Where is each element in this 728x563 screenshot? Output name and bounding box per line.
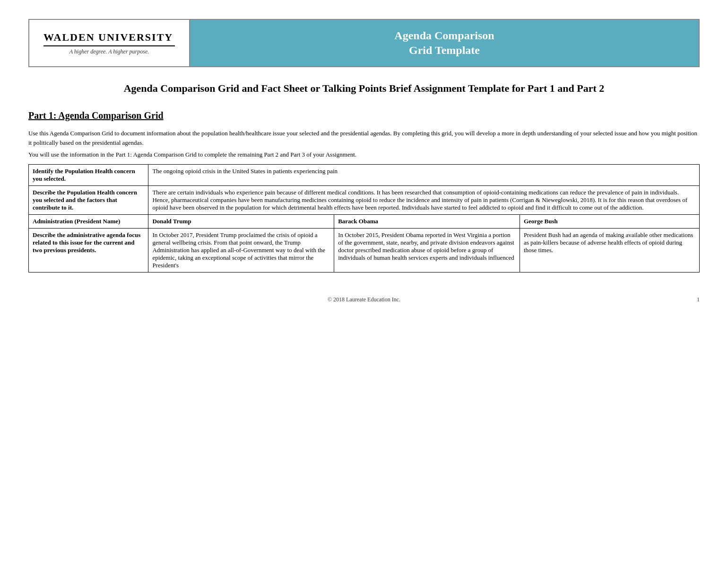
page-title: Agenda Comparison Grid and Fact Sheet or… — [28, 81, 700, 96]
content-trump: In October 2017, President Trump proclai… — [148, 228, 334, 272]
content-bush: President Bush had an agenda of making a… — [520, 228, 699, 272]
label-admin: Administration (President Name) — [29, 214, 148, 228]
footer: © 2018 Laureate Education Inc. 1 — [0, 291, 728, 313]
label-agenda: Describe the administrative agenda focus… — [29, 228, 148, 272]
label-describe: Describe the Population Health concern y… — [29, 185, 148, 214]
label-identify: Identify the Population Health concern y… — [29, 164, 148, 185]
university-name: Walden University — [43, 31, 175, 46]
header-title-line2: Grid Template — [409, 44, 480, 56]
header-title: Agenda Comparison Grid Template — [394, 28, 494, 58]
header-trump: Donald Trump — [148, 214, 334, 228]
comparison-table: Identify the Population Health concern y… — [28, 164, 700, 273]
content-identify: The ongoing opioid crisis in the United … — [148, 164, 700, 185]
intro-paragraph-2: You will use the information in the Part… — [28, 150, 700, 159]
walden-logo-section: Walden University A higher degree. A hig… — [29, 20, 190, 66]
table-row-agenda: Describe the administrative agenda focus… — [29, 228, 700, 272]
header-obama: Barack Obama — [334, 214, 520, 228]
content-obama: In October 2015, President Obama reporte… — [334, 228, 520, 272]
main-content: Agenda Comparison Grid and Fact Sheet or… — [0, 67, 728, 291]
university-tagline: A higher degree. A higher purpose. — [43, 48, 175, 55]
header-title-section: Agenda Comparison Grid Template — [190, 20, 699, 66]
intro-paragraph-1: Use this Agenda Comparison Grid to docum… — [28, 129, 700, 147]
table-row-admin-header: Administration (President Name) Donald T… — [29, 214, 700, 228]
page: Walden University A higher degree. A hig… — [0, 19, 728, 563]
content-describe: There are certain individuals who experi… — [148, 185, 700, 214]
footer-copyright: © 2018 Laureate Education Inc. — [328, 296, 400, 303]
footer-page-number: 1 — [697, 296, 700, 303]
header-bar: Walden University A higher degree. A hig… — [28, 19, 700, 67]
section-title: Part 1: Agenda Comparison Grid — [28, 110, 700, 121]
header-bush: George Bush — [520, 214, 699, 228]
table-row-describe: Describe the Population Health concern y… — [29, 185, 700, 214]
table-row-identify: Identify the Population Health concern y… — [29, 164, 700, 185]
header-title-line1: Agenda Comparison — [394, 29, 494, 42]
